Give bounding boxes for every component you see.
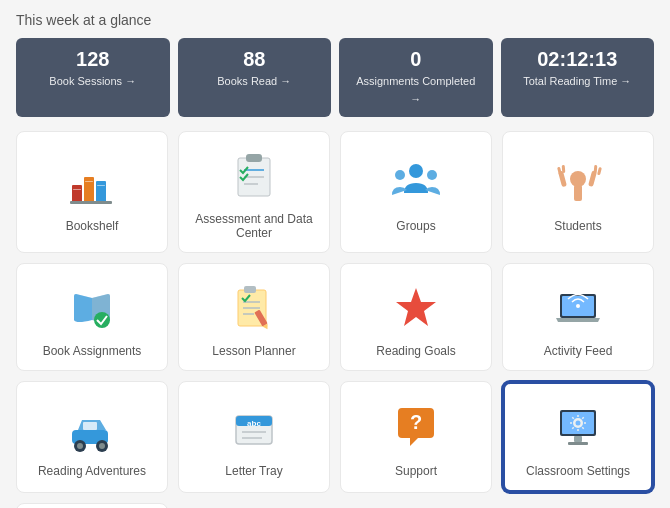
svg-line-59	[572, 427, 573, 428]
svg-rect-8	[246, 154, 262, 162]
lesson-planner-icon	[226, 280, 282, 336]
grid-item-groups[interactable]: Groups	[340, 131, 492, 253]
stat-label: Assignments Completed →	[356, 75, 475, 105]
svg-text:?: ?	[410, 411, 422, 433]
activity-feed-label: Activity Feed	[544, 344, 613, 358]
assessment-label: Assessment and Data Center	[189, 212, 319, 240]
svg-point-23	[94, 312, 110, 328]
svg-rect-15	[574, 185, 582, 201]
stat-card-2[interactable]: 0Assignments Completed →	[339, 38, 493, 117]
grid-item-students[interactable]: Students	[502, 131, 654, 253]
svg-rect-25	[244, 286, 256, 293]
svg-rect-0	[72, 185, 82, 203]
classroom-settings-label: Classroom Settings	[526, 464, 630, 478]
svg-line-60	[582, 417, 583, 418]
book-assignments-icon	[64, 280, 120, 336]
svg-rect-1	[84, 177, 94, 203]
grid-item-bookshelf[interactable]: Bookshelf	[16, 131, 168, 253]
reading-adventures-label: Reading Adventures	[38, 464, 146, 478]
grid-item-assessment[interactable]: Assessment and Data Center	[178, 131, 330, 253]
reading-goals-icon	[388, 280, 444, 336]
lesson-planner-label: Lesson Planner	[212, 344, 295, 358]
svg-text:abc: abc	[247, 419, 261, 428]
grid-item-classroom-settings[interactable]: Classroom Settings	[502, 381, 654, 493]
svg-rect-21	[594, 165, 598, 173]
book-assignments-label: Book Assignments	[43, 344, 142, 358]
main-grid: Bookshelf Assessment and Data Center Gro…	[16, 131, 654, 508]
support-label: Support	[395, 464, 437, 478]
svg-rect-3	[70, 201, 112, 204]
grid-item-letter-tray[interactable]: abc Letter Tray	[178, 381, 330, 493]
svg-point-37	[77, 443, 83, 449]
stats-row: 128Book Sessions →88Books Read →0Assignm…	[16, 38, 654, 117]
grid-item-book-assignments[interactable]: Book Assignments	[16, 263, 168, 371]
svg-rect-49	[574, 436, 582, 442]
svg-point-39	[99, 443, 105, 449]
svg-marker-31	[396, 288, 436, 326]
stat-value: 128	[30, 48, 156, 71]
svg-rect-40	[83, 422, 97, 430]
svg-point-14	[427, 170, 437, 180]
svg-rect-4	[73, 189, 81, 190]
stat-value: 02:12:13	[515, 48, 641, 71]
stat-card-0[interactable]: 128Book Sessions →	[16, 38, 170, 117]
svg-point-12	[409, 164, 423, 178]
svg-point-16	[570, 171, 586, 187]
stat-label: Total Reading Time →	[523, 75, 631, 87]
page-title: This week at a glance	[16, 12, 654, 28]
stat-value: 88	[192, 48, 318, 71]
grid-item-reading-goals[interactable]: Reading Goals	[340, 263, 492, 371]
groups-label: Groups	[396, 219, 435, 233]
svg-rect-50	[568, 442, 588, 445]
svg-rect-2	[96, 181, 106, 203]
svg-rect-5	[85, 181, 93, 182]
grid-item-support[interactable]: ? Support	[340, 381, 492, 493]
svg-rect-22	[597, 167, 602, 176]
stat-label: Book Sessions →	[49, 75, 136, 87]
letter-tray-icon: abc	[226, 400, 282, 456]
reading-adventures-icon	[64, 400, 120, 456]
svg-rect-19	[557, 167, 562, 176]
grid-item-reporting-center[interactable]: Reporting Center	[16, 503, 168, 508]
bookshelf-label: Bookshelf	[66, 219, 119, 233]
svg-line-58	[582, 427, 583, 428]
groups-icon	[388, 155, 444, 211]
svg-point-13	[395, 170, 405, 180]
stat-value: 0	[353, 48, 479, 71]
grid-item-lesson-planner[interactable]: Lesson Planner	[178, 263, 330, 371]
classroom-settings-icon	[550, 400, 606, 456]
svg-point-34	[576, 304, 580, 308]
bookshelf-icon	[64, 155, 120, 211]
students-label: Students	[554, 219, 601, 233]
reading-goals-label: Reading Goals	[376, 344, 455, 358]
stat-label: Books Read →	[217, 75, 291, 87]
letter-tray-label: Letter Tray	[225, 464, 282, 478]
grid-item-reading-adventures[interactable]: Reading Adventures	[16, 381, 168, 493]
students-icon	[550, 155, 606, 211]
svg-rect-6	[97, 185, 105, 186]
svg-point-52	[576, 421, 581, 426]
assessment-icon	[226, 148, 282, 204]
stat-card-3[interactable]: 02:12:13Total Reading Time →	[501, 38, 655, 117]
stat-card-1[interactable]: 88Books Read →	[178, 38, 332, 117]
support-icon: ?	[388, 400, 444, 456]
activity-feed-icon	[550, 280, 606, 336]
svg-line-57	[572, 417, 573, 418]
grid-item-activity-feed[interactable]: Activity Feed	[502, 263, 654, 371]
